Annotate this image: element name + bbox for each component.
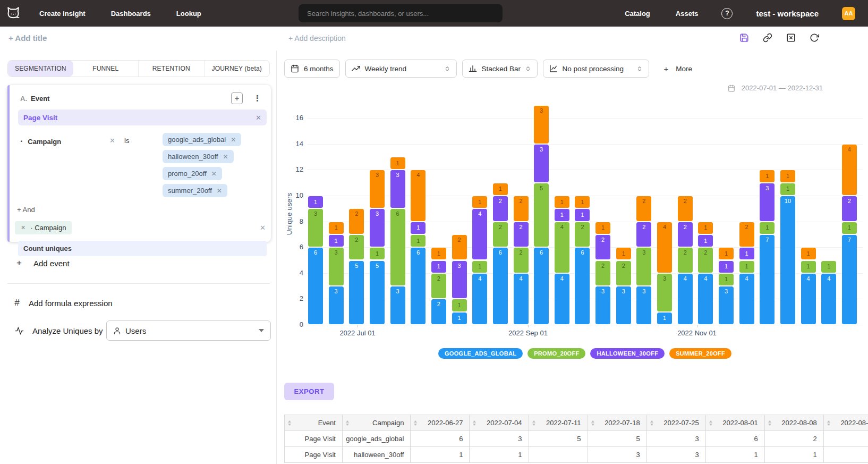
bar-segment-halloween_30off[interactable]: 2 bbox=[493, 196, 508, 221]
bar-segment-promo_20off[interactable]: 5 bbox=[534, 183, 549, 247]
avatar[interactable]: AA bbox=[842, 7, 855, 20]
bar-segment-halloween_30off[interactable]: 3 bbox=[760, 183, 775, 221]
bar-segment-halloween_30off[interactable]: 3 bbox=[452, 261, 467, 299]
bar-segment-promo_20off[interactable]: 6 bbox=[390, 209, 405, 285]
bar-segment-promo_20off[interactable]: 1 bbox=[821, 261, 836, 273]
bar-segment-halloween_30off[interactable]: 3 bbox=[370, 209, 385, 247]
bar-segment-promo_20off[interactable]: 3 bbox=[308, 209, 323, 247]
bar-segment-summer_20off[interactable]: 2 bbox=[636, 196, 651, 221]
add-title-button[interactable]: + Add title bbox=[8, 33, 47, 43]
remove-value-icon[interactable]: ✕ bbox=[223, 153, 228, 161]
column-header[interactable]: 2022-07-04 bbox=[470, 415, 529, 431]
bar-segment-google_ads_global[interactable]: 4 bbox=[821, 274, 836, 324]
bar-segment-summer_20off[interactable]: 3 bbox=[534, 106, 549, 144]
bar-segment-google_ads_global[interactable]: 3 bbox=[595, 286, 610, 324]
nav-item-lookup[interactable]: Lookup bbox=[176, 10, 201, 18]
bar-segment-google_ads_global[interactable]: 1 bbox=[657, 313, 672, 324]
column-header[interactable]: 2022-08-08 bbox=[764, 415, 823, 431]
bar-segment-summer_20off[interactable]: 2 bbox=[349, 209, 364, 234]
legend-item-promo_20off[interactable]: PROMO_20OFF bbox=[527, 348, 585, 359]
clear-breakdown-icon[interactable]: ✕ bbox=[260, 224, 266, 232]
bar-segment-halloween_30off[interactable]: 4 bbox=[472, 209, 487, 259]
bar-segment-summer_20off[interactable]: 1 bbox=[493, 183, 508, 195]
bar-segment-halloween_30off[interactable]: 1 bbox=[308, 196, 323, 208]
bar-segment-promo_20off[interactable]: 1 bbox=[780, 183, 795, 195]
column-header[interactable]: 2022-06-27 bbox=[411, 415, 470, 431]
bar-segment-promo_20off[interactable]: 2 bbox=[575, 222, 590, 247]
bar-segment-google_ads_global[interactable]: 5 bbox=[349, 261, 364, 325]
filter-value-pill[interactable]: google_ads_global✕ bbox=[163, 133, 241, 146]
bar-segment-promo_20off[interactable]: 2 bbox=[431, 274, 446, 299]
legend-item-google_ads_global[interactable]: GOOGLE_ADS_GLOBAL bbox=[438, 348, 523, 359]
nav-item-assets[interactable]: Assets bbox=[676, 10, 699, 18]
bar-segment-summer_20off[interactable]: 1 bbox=[431, 248, 446, 259]
sort-icon[interactable] bbox=[768, 420, 771, 426]
bar-segment-halloween_30off[interactable]: 3 bbox=[390, 170, 405, 208]
bar-segment-summer_20off[interactable]: 1 bbox=[760, 170, 775, 182]
bar-segment-google_ads_global[interactable]: 4 bbox=[698, 274, 713, 324]
bar-segment-promo_20off[interactable]: 2 bbox=[514, 248, 529, 273]
bar-segment-promo_20off[interactable]: 1 bbox=[452, 299, 467, 311]
bar-segment-google_ads_global[interactable]: 4 bbox=[801, 274, 816, 324]
bar-segment-promo_20off[interactable]: 1 bbox=[411, 235, 426, 247]
help-icon[interactable]: ? bbox=[721, 8, 733, 19]
bar-segment-summer_20off[interactable]: 1 bbox=[472, 196, 487, 208]
sort-icon[interactable] bbox=[709, 420, 712, 426]
filter-value-pill[interactable]: promo_20off✕ bbox=[163, 167, 222, 180]
bar-segment-summer_20off[interactable]: 1 bbox=[595, 222, 610, 234]
filter-operator[interactable]: is bbox=[124, 133, 163, 145]
column-header[interactable]: Event bbox=[285, 415, 343, 431]
bar-segment-google_ads_global[interactable]: 4 bbox=[555, 274, 569, 324]
bar-segment-summer_20off[interactable]: 2 bbox=[452, 235, 467, 260]
column-header[interactable]: 2022-07-25 bbox=[646, 415, 705, 431]
bar-segment-google_ads_global[interactable]: 3 bbox=[616, 286, 631, 324]
search-input[interactable] bbox=[306, 9, 495, 18]
bar-segment-summer_20off[interactable]: 1 bbox=[719, 248, 734, 259]
bar-segment-summer_20off[interactable]: 4 bbox=[842, 145, 857, 195]
bar-segment-summer_20off[interactable]: 1 bbox=[801, 248, 816, 259]
bar-segment-summer_20off[interactable]: 2 bbox=[678, 196, 693, 221]
column-header[interactable]: 2022-08-01 bbox=[705, 415, 764, 431]
remove-filter-icon[interactable]: ✕ bbox=[109, 133, 124, 145]
bar-segment-summer_20off[interactable]: 1 bbox=[329, 222, 344, 234]
legend-item-halloween_30off[interactable]: HALLOWEEN_30OFF bbox=[590, 348, 665, 359]
bar-segment-summer_20off[interactable]: 2 bbox=[514, 196, 529, 221]
bar-segment-promo_20off[interactable]: 1 bbox=[719, 274, 734, 285]
bar-segment-summer_20off[interactable]: 1 bbox=[555, 196, 569, 208]
bar-segment-halloween_30off[interactable]: 1 bbox=[431, 261, 446, 273]
remove-value-icon[interactable]: ✕ bbox=[211, 170, 217, 178]
cat-logo-icon[interactable] bbox=[5, 5, 21, 21]
bar-segment-summer_20off[interactable]: 1 bbox=[390, 157, 405, 169]
bar-segment-google_ads_global[interactable]: 7 bbox=[842, 235, 857, 324]
bar-segment-promo_20off[interactable]: 1 bbox=[739, 261, 754, 273]
bar-segment-promo_20off[interactable]: 2 bbox=[616, 261, 631, 286]
bar-segment-promo_20off[interactable]: 1 bbox=[842, 222, 857, 234]
nav-item-create-insight[interactable]: Create insight bbox=[39, 10, 86, 18]
export-button[interactable]: EXPORT bbox=[284, 383, 334, 400]
nav-item-catalog[interactable]: Catalog bbox=[625, 10, 650, 18]
bar-segment-google_ads_global[interactable]: 4 bbox=[472, 274, 487, 324]
column-header[interactable]: 2022-07-11 bbox=[529, 415, 588, 431]
sort-icon[interactable] bbox=[473, 420, 476, 426]
sort-icon[interactable] bbox=[414, 420, 417, 426]
remove-breakdown-icon[interactable]: ✕ bbox=[21, 224, 25, 231]
remove-event-icon[interactable]: ✕ bbox=[256, 114, 261, 122]
bar-segment-google_ads_global[interactable]: 2 bbox=[431, 299, 446, 324]
bar-segment-promo_20off[interactable]: 3 bbox=[329, 248, 344, 285]
bar-segment-google_ads_global[interactable]: 4 bbox=[739, 274, 754, 324]
bar-segment-google_ads_global[interactable]: 3 bbox=[329, 286, 344, 324]
bar-segment-google_ads_global[interactable]: 10 bbox=[780, 196, 795, 324]
bar-segment-summer_20off[interactable]: 1 bbox=[698, 222, 713, 234]
bar-segment-promo_20off[interactable]: 3 bbox=[636, 248, 651, 285]
remove-value-icon[interactable]: ✕ bbox=[231, 136, 236, 144]
sort-icon[interactable] bbox=[591, 420, 594, 426]
bar-segment-promo_20off[interactable]: 4 bbox=[555, 222, 569, 273]
bar-segment-promo_20off[interactable]: 1 bbox=[370, 248, 385, 259]
sort-icon[interactable] bbox=[346, 420, 349, 426]
tab-funnel[interactable]: FUNNEL bbox=[73, 61, 139, 77]
bar-segment-summer_20off[interactable]: 3 bbox=[370, 170, 385, 208]
global-search[interactable] bbox=[299, 4, 503, 22]
bar-segment-promo_20off[interactable]: 1 bbox=[760, 222, 775, 234]
filter-property[interactable]: · Campaign bbox=[20, 133, 109, 146]
bar-segment-halloween_30off[interactable]: 1 bbox=[411, 222, 426, 234]
